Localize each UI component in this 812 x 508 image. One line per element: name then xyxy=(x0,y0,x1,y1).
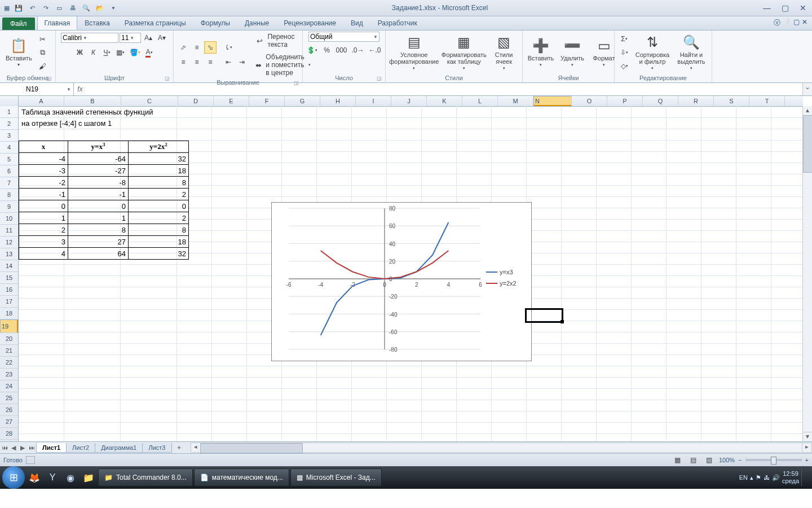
row-header-2[interactable]: 2 xyxy=(0,118,18,130)
sheet-last-button[interactable]: ⏭ xyxy=(27,444,36,452)
zoom-out-button[interactable]: − xyxy=(738,457,742,463)
table-cell[interactable]: 0 xyxy=(129,200,189,212)
accounting-format-button[interactable]: 💲▾ xyxy=(305,44,319,56)
ribbon-tab-главная[interactable]: Главная xyxy=(37,16,78,30)
workbook-close-icon[interactable]: ✕ xyxy=(802,18,807,28)
table-cell[interactable]: 0 xyxy=(19,200,68,212)
taskbar-item[interactable]: 📁Total Commander 8.0... xyxy=(98,468,193,487)
row-header-10[interactable]: 10 xyxy=(0,213,18,225)
table-cell[interactable]: -4 xyxy=(19,153,68,165)
table-header[interactable]: y=x3 xyxy=(68,141,129,153)
column-header-M[interactable]: M xyxy=(498,96,533,106)
align-left-button[interactable]: ≡ xyxy=(177,56,189,68)
row-header-8[interactable]: 8 xyxy=(0,189,18,201)
row-header-24[interactable]: 24 xyxy=(0,380,18,392)
cell-a1[interactable]: Таблица значений степенных функций xyxy=(20,106,155,117)
undo-icon[interactable]: ↶ xyxy=(26,2,38,14)
table-cell[interactable]: 32 xyxy=(129,153,189,165)
window-restore-icon[interactable]: ▢ xyxy=(793,18,800,28)
table-cell[interactable]: -8 xyxy=(68,177,129,189)
table-cell[interactable]: 8 xyxy=(68,224,129,236)
zoom-in-button[interactable]: + xyxy=(805,457,809,463)
table-cell[interactable]: 27 xyxy=(68,236,129,248)
tray-clock[interactable]: 12:59среда xyxy=(782,470,799,485)
row-header-1[interactable]: 1 xyxy=(0,106,18,118)
table-cell[interactable]: 2 xyxy=(19,224,68,236)
table-cell[interactable]: 18 xyxy=(129,236,189,248)
italic-button[interactable]: К xyxy=(87,46,100,59)
row-header-5[interactable]: 5 xyxy=(0,154,18,165)
delete-cells-button[interactable]: ➖Удалить▾ xyxy=(558,36,587,69)
row-header-27[interactable]: 27 xyxy=(0,416,18,428)
table-cell[interactable]: 8 xyxy=(129,177,189,189)
column-header-O[interactable]: O xyxy=(572,96,607,106)
table-cell[interactable]: 2 xyxy=(129,212,189,224)
close-button[interactable]: ✕ xyxy=(796,3,810,12)
row-header-4[interactable]: 4 xyxy=(0,142,18,154)
view-layout-button[interactable]: ▤ xyxy=(687,454,700,466)
taskbar-item[interactable]: 📄математические мод... xyxy=(194,468,289,487)
sheet-first-button[interactable]: ⏮ xyxy=(0,444,9,452)
column-header-S[interactable]: S xyxy=(714,96,749,106)
column-header-E[interactable]: E xyxy=(214,96,249,106)
ribbon-tab-вставка[interactable]: Вставка xyxy=(77,16,117,30)
column-header-F[interactable]: F xyxy=(249,96,285,106)
row-header-20[interactable]: 20 xyxy=(0,333,18,345)
fill-color-button[interactable]: 🪣▾ xyxy=(128,46,142,59)
row-header-12[interactable]: 12 xyxy=(0,237,18,248)
cell-a2[interactable]: на отрезке [-4;4] с шагом 1 xyxy=(20,117,113,129)
select-all-corner[interactable] xyxy=(0,96,19,106)
view-normal-button[interactable]: ▦ xyxy=(672,454,684,466)
maximize-button[interactable]: ▢ xyxy=(778,3,792,12)
row-header-23[interactable]: 23 xyxy=(0,369,18,380)
sort-filter-button[interactable]: ⇅Сортировка и фильтр▾ xyxy=(633,32,672,73)
table-cell[interactable]: -3 xyxy=(19,165,68,177)
preview-icon[interactable]: 🔍 xyxy=(80,2,92,14)
save-icon[interactable]: 💾 xyxy=(12,2,25,14)
table-cell[interactable]: -1 xyxy=(68,189,129,200)
pinned-explorer-icon[interactable]: 📁 xyxy=(80,469,97,486)
format-as-table-button[interactable]: ▦Форматировать как таблицу▾ xyxy=(441,32,487,73)
align-top-button[interactable]: ⬀ xyxy=(177,41,189,54)
row-header-7[interactable]: 7 xyxy=(0,177,18,189)
pinned-firefox-icon[interactable]: 🦊 xyxy=(26,469,43,486)
column-header-A[interactable]: A xyxy=(19,96,64,106)
show-desktop-button[interactable] xyxy=(801,469,807,486)
table-cell[interactable]: -1 xyxy=(19,189,68,200)
help-icon[interactable]: ❔ xyxy=(783,18,791,28)
shrink-font-button[interactable]: A▾ xyxy=(156,32,168,44)
font-size-select[interactable]: 11▼ xyxy=(120,33,141,43)
number-format-select[interactable]: Общий▼ xyxy=(308,32,379,42)
align-bottom-button[interactable]: ⬂ xyxy=(204,41,217,54)
table-cell[interactable]: -64 xyxy=(68,153,129,165)
row-header-3[interactable]: 3 xyxy=(0,130,18,142)
fx-icon[interactable]: fx xyxy=(74,85,86,93)
horizontal-scrollbar[interactable]: ◂ ▸ xyxy=(191,443,813,453)
increase-indent-button[interactable]: ⇥ xyxy=(236,56,248,68)
increase-decimal-button[interactable]: .0→ xyxy=(350,44,366,56)
find-select-button[interactable]: 🔍Найти и выделить▾ xyxy=(674,32,708,73)
table-cell[interactable]: 18 xyxy=(129,165,189,177)
insert-cells-button[interactable]: ➕Вставить▾ xyxy=(526,36,555,69)
column-header-D[interactable]: D xyxy=(178,96,214,106)
zoom-level[interactable]: 100% xyxy=(719,457,735,463)
minimize-ribbon-icon[interactable]: ⓥ xyxy=(774,18,780,28)
table-cell[interactable]: -2 xyxy=(19,177,68,189)
column-header-J[interactable]: J xyxy=(391,96,427,106)
paste-button[interactable]: 📋 Вставить ▾ xyxy=(3,36,34,69)
sheet-tab-Лист2[interactable]: Лист2 xyxy=(66,443,95,453)
function-table[interactable]: xy=x3y=2x2-4-6432-3-2718-2-88-1-12000112… xyxy=(19,141,189,260)
table-header[interactable]: y=2x2 xyxy=(129,141,189,153)
align-center-button[interactable]: ≡ xyxy=(191,56,203,68)
row-header-22[interactable]: 22 xyxy=(0,357,18,369)
table-header[interactable]: x xyxy=(19,141,68,153)
align-middle-button[interactable]: ≡ xyxy=(191,41,203,54)
column-header-Q[interactable]: Q xyxy=(643,96,678,106)
column-header-L[interactable]: L xyxy=(462,96,498,106)
clear-button[interactable]: ◇▾ xyxy=(618,60,630,72)
file-tab[interactable]: Файл xyxy=(2,17,35,30)
row-header-6[interactable]: 6 xyxy=(0,165,18,177)
row-header-25[interactable]: 25 xyxy=(0,392,18,404)
macro-record-icon[interactable] xyxy=(26,456,35,464)
font-name-select[interactable]: Calibri▼ xyxy=(61,33,118,43)
